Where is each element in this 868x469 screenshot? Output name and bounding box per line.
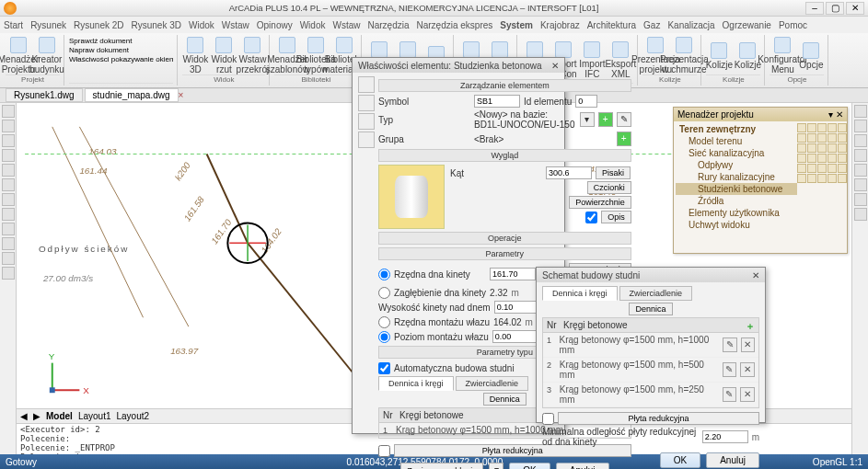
type-dropdown-icon[interactable]: ▾ [580, 112, 595, 127]
element-properties-dialog: Właściwości elementu: Studzienka betonow… [352, 57, 565, 434]
side-icon[interactable] [358, 76, 375, 93]
svg-text:X: X [83, 385, 89, 395]
add-icon[interactable]: + [598, 112, 613, 127]
tab-close-icon[interactable]: × [179, 90, 184, 100]
panel-close-icon[interactable]: ▾ ✕ [828, 109, 843, 120]
svg-line-12 [79, 127, 189, 326]
tab-system[interactable]: System [500, 20, 533, 30]
tree-root[interactable]: Teren zewnętrzny [676, 123, 797, 135]
layout2-tab[interactable]: Layout2 [116, 411, 149, 421]
tab-draw2d[interactable]: Rysunek 2D [74, 20, 123, 30]
doc-tab-1[interactable]: Rysunek1.dwg [6, 88, 83, 102]
svg-rect-23 [50, 387, 55, 393]
svg-text:161.70: 161.70 [209, 217, 234, 246]
app-logo [4, 2, 17, 15]
title-bar: ArCADia PLUS 10.4 PL – WEWNĘTRZNA, NIEKO… [0, 0, 868, 17]
left-toolbar [0, 103, 17, 454]
dialog2-close-icon[interactable]: ✕ [752, 270, 759, 280]
dialog-close-icon[interactable]: ✕ [551, 61, 559, 71]
svg-text:Y: Y [49, 351, 55, 361]
doc-tab-2[interactable]: studnie_mapa.dwg [85, 88, 179, 102]
status-text: Gotowy [6, 457, 37, 467]
minimize-button[interactable]: – [805, 2, 824, 15]
app-title: ArCADia PLUS 10.4 PL – WEWNĘTRZNA, NIEKO… [22, 3, 805, 13]
tree-selected[interactable]: Studzienki betonowe [676, 183, 797, 195]
save-template-button[interactable]: Zapisz w szablonie [400, 463, 483, 469]
tab-start[interactable]: Start [4, 20, 23, 30]
tab-draw[interactable]: Rysunek [30, 20, 66, 30]
maximize-button[interactable]: ▢ [826, 2, 844, 15]
cancel-button-2[interactable]: Anuluj [706, 452, 759, 468]
symbol-input[interactable] [474, 95, 520, 108]
tab-draw3d[interactable]: Rysunek 3D [132, 20, 181, 30]
svg-text:27.00 dm3/s: 27.00 dm3/s [42, 273, 93, 283]
svg-line-13 [248, 243, 353, 372]
svg-text:k200: k200 [173, 160, 193, 182]
svg-text:163.97: 163.97 [170, 346, 199, 356]
ok-button-2[interactable]: OK [660, 452, 700, 468]
preview-thumb [378, 165, 445, 229]
svg-text:Odpływ ścieków: Odpływ ścieków [39, 244, 129, 254]
project-manager-panel[interactable]: Menadżer projektu▾ ✕ Teren zewnętrzny Mo… [673, 107, 848, 254]
right-toolbar [851, 103, 868, 454]
project-manager-button[interactable]: Menadżer Projektu [6, 37, 31, 74]
layout1-tab[interactable]: Layout1 [78, 411, 111, 421]
model-tab[interactable]: Model [46, 411, 73, 421]
svg-text:161.58: 161.58 [182, 194, 207, 223]
ribbon-tabs: Start Rysunek Rysunek 2D Rysunek 3D Wido… [0, 17, 868, 33]
well-scheme-dialog: Schemat budowy studni✕ Dennica i kręgiZw… [536, 267, 766, 423]
status-right: OpenGL 1:1 [813, 457, 862, 467]
close-button[interactable]: ✕ [846, 2, 864, 15]
tool-icon[interactable] [2, 105, 15, 118]
